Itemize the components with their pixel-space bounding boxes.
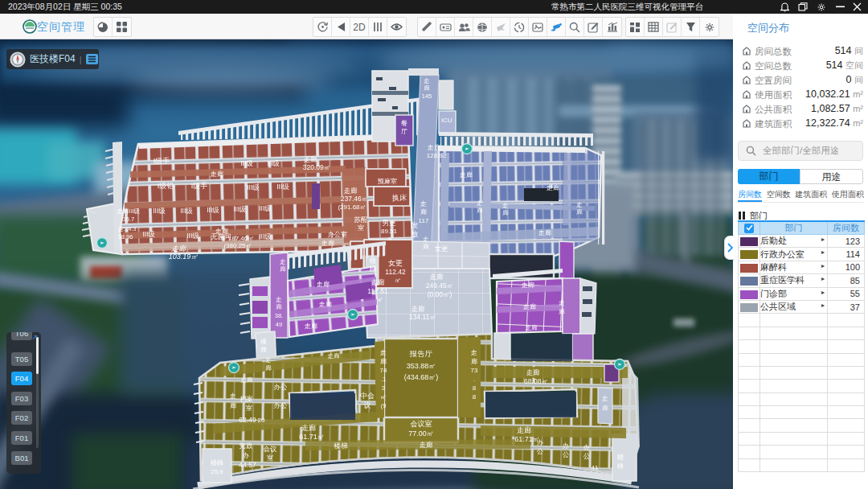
svg-text:餐: 餐 (401, 120, 407, 127)
svg-text:梯: 梯 (616, 462, 624, 470)
svg-text:走廊: 走廊 (171, 244, 187, 253)
svg-text:353.88㎡: 353.88㎡ (407, 362, 436, 370)
svg-text:办: 办 (537, 438, 544, 446)
svg-text:公: 公 (563, 450, 570, 458)
svg-text:89.51: 89.51 (381, 228, 398, 235)
svg-text:320.09㎡: 320.09㎡ (303, 163, 331, 171)
svg-text:走廊: 走廊 (430, 273, 444, 281)
svg-text:公: 公 (537, 447, 544, 455)
svg-text:41: 41 (592, 464, 599, 471)
svg-text:㎡: ㎡ (387, 235, 394, 242)
svg-text:走廊: 走廊 (317, 281, 330, 288)
svg-text:走廊: 走廊 (411, 305, 426, 313)
svg-text:男更: 男更 (383, 219, 397, 227)
svg-text:室: 室 (267, 454, 274, 462)
svg-text:走: 走 (230, 392, 236, 400)
svg-text:走: 走 (380, 349, 387, 356)
svg-text:103.19㎡: 103.19㎡ (169, 253, 199, 261)
svg-text:梯: 梯 (369, 265, 376, 273)
svg-text:走廊: 走廊 (328, 352, 341, 360)
svg-text:128.92: 128.92 (427, 152, 447, 159)
svg-text:117.51: 117.51 (367, 287, 388, 295)
svg-text:办公: 办公 (274, 401, 289, 409)
svg-text:会议室: 会议室 (411, 420, 432, 428)
svg-text:走廊: 走廊 (428, 144, 440, 151)
svg-text:.: . (473, 376, 475, 383)
svg-text:145: 145 (422, 92, 432, 100)
svg-text:走: 走 (576, 201, 583, 208)
svg-text:I级手: I级手 (191, 182, 208, 190)
svg-text:走: 走 (280, 258, 286, 265)
svg-text:I级手: I级手 (154, 157, 170, 165)
svg-text:61.71㎡: 61.71㎡ (299, 433, 325, 441)
svg-text:厅: 厅 (401, 128, 407, 135)
svg-text:III级: III级 (276, 183, 289, 191)
svg-text:廊: 廊 (265, 364, 272, 372)
svg-text:走: 走 (424, 77, 430, 84)
svg-text:III级: III级 (259, 232, 272, 240)
svg-text:III级: III级 (142, 230, 155, 238)
svg-text:III级: III级 (207, 206, 219, 214)
svg-text:走廊: 走廊 (526, 368, 541, 376)
svg-text:走: 走 (276, 296, 282, 303)
svg-text:女更: 女更 (435, 244, 449, 253)
svg-text:廊: 廊 (280, 265, 286, 273)
svg-text:走: 走 (559, 299, 565, 306)
svg-text:廊: 廊 (602, 405, 608, 412)
svg-text:走廊: 走廊 (523, 303, 536, 310)
svg-text:议: 议 (363, 401, 371, 409)
svg-text:187.46㎡: 187.46㎡ (228, 235, 254, 242)
svg-text:廊: 廊 (471, 358, 477, 365)
svg-text:112.42: 112.42 (385, 268, 406, 276)
svg-text:走廊: 走廊 (460, 171, 473, 179)
svg-text:(9: (9 (381, 402, 387, 409)
svg-text:.1: .1 (381, 376, 387, 383)
svg-text:走: 走 (471, 349, 477, 356)
svg-text:74: 74 (380, 367, 387, 374)
svg-text:廊: 廊 (380, 358, 387, 365)
svg-text:廊: 廊 (477, 207, 483, 214)
svg-text:73: 73 (471, 367, 478, 374)
svg-text:走廊: 走廊 (547, 184, 559, 191)
svg-text:走廊: 走廊 (517, 426, 531, 434)
svg-text:77.00㎡: 77.00㎡ (408, 429, 434, 438)
svg-text:楼: 楼 (370, 257, 376, 265)
svg-text:(0.00㎡): (0.00㎡) (428, 290, 452, 298)
svg-text:走廊: 走廊 (522, 281, 534, 289)
svg-text:档案: 档案 (240, 395, 254, 403)
svg-text:8: 8 (473, 384, 477, 392)
svg-text:I级铅: I级铅 (158, 182, 174, 190)
svg-text:走廊: 走廊 (211, 171, 223, 178)
svg-text:换床: 换床 (391, 194, 407, 202)
svg-text:III级: III级 (259, 204, 272, 212)
svg-text:走廊: 走廊 (344, 187, 358, 195)
svg-text:苏醒: 苏醒 (354, 216, 369, 224)
svg-text:(380.25㎡: (380.25㎡ (223, 242, 252, 249)
svg-text:走廊: 走廊 (420, 441, 434, 449)
svg-text:党政: 党政 (240, 442, 254, 450)
svg-text:楼梯: 楼梯 (334, 442, 349, 450)
svg-text:(291.68㎡: (291.68㎡ (338, 203, 366, 211)
svg-text:廊: 廊 (230, 402, 236, 409)
svg-text:㎡: ㎡ (395, 277, 401, 284)
svg-text:38.96: 38.96 (118, 233, 133, 240)
svg-text:68.08㎡: 68.08㎡ (524, 377, 548, 385)
svg-text:走: 走 (502, 202, 509, 209)
svg-text:廊: 廊 (559, 308, 565, 315)
svg-text:发: 发 (411, 221, 419, 229)
svg-text:III级: III级 (153, 207, 166, 215)
svg-text:走廊: 走廊 (304, 155, 318, 163)
svg-text:走廊: 走廊 (321, 240, 334, 247)
svg-text:走: 走 (477, 199, 483, 207)
svg-text:III级: III级 (233, 205, 246, 213)
svg-text:117: 117 (419, 217, 429, 224)
svg-text:廊: 廊 (276, 303, 282, 310)
svg-text:走: 走 (420, 200, 427, 208)
svg-text:㎡: ㎡ (377, 296, 383, 303)
svg-text:38.: 38. (275, 312, 283, 319)
svg-text:62.49: 62.49 (239, 416, 256, 424)
svg-text:(434.68㎡): (434.68㎡) (404, 373, 439, 381)
svg-text:走廊: 走廊 (215, 228, 228, 235)
svg-text:134.11㎡: 134.11㎡ (409, 313, 436, 321)
svg-text:廊: 廊 (576, 208, 583, 216)
